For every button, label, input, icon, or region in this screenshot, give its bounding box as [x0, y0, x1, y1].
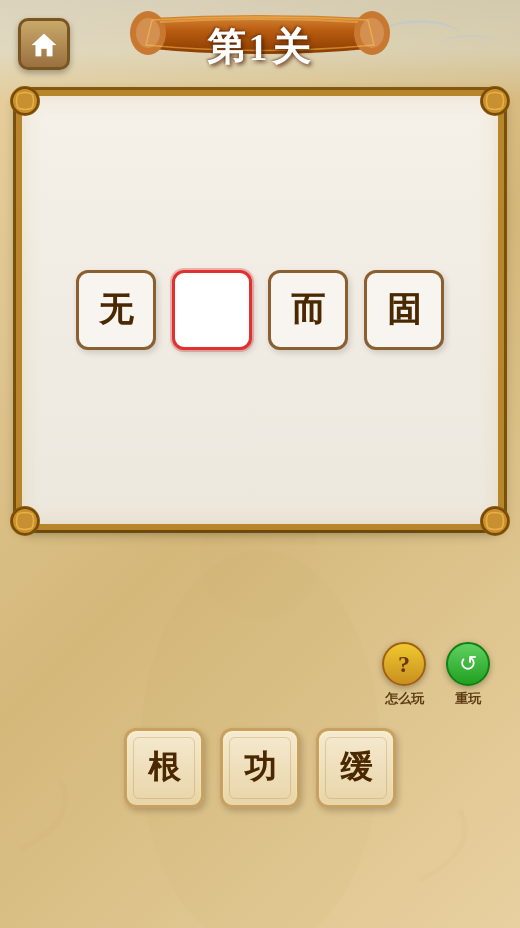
choice-tiles-row: 根 功 缓: [124, 728, 396, 808]
game-panel: 无 而 固: [16, 90, 504, 530]
replay-button[interactable]: ↺ 重玩: [446, 642, 490, 708]
panel-corner-tl: [10, 86, 40, 116]
panel-corner-bl: [10, 506, 40, 536]
choice-tile-1[interactable]: 根: [124, 728, 204, 808]
panel-corner-tr: [480, 86, 510, 116]
answer-row: 无 而 固: [76, 270, 444, 350]
action-buttons-row: ? 怎么玩 ↺ 重玩: [0, 642, 520, 708]
choice-char-2: 功: [244, 746, 276, 790]
replay-label: 重玩: [455, 690, 481, 708]
answer-char-4: 固: [387, 287, 421, 333]
answer-char-1: 无: [99, 287, 133, 333]
choice-tile-2[interactable]: 功: [220, 728, 300, 808]
svg-point-4: [136, 18, 160, 48]
home-button[interactable]: [18, 18, 70, 70]
choice-char-1: 根: [148, 746, 180, 790]
home-icon: [30, 30, 58, 58]
title-banner: 第1关: [130, 10, 390, 85]
help-button[interactable]: ? 怎么玩: [382, 642, 426, 708]
panel-corner-br: [480, 506, 510, 536]
answer-tile-3[interactable]: 而: [268, 270, 348, 350]
replay-circle: ↺: [446, 642, 490, 686]
svg-marker-2: [32, 34, 56, 56]
question-icon: ?: [398, 651, 410, 678]
answer-tile-1[interactable]: 无: [76, 270, 156, 350]
replay-icon: ↺: [459, 651, 477, 677]
answer-tile-4[interactable]: 固: [364, 270, 444, 350]
cloud-swirl-2: [440, 35, 500, 55]
help-circle: ?: [382, 642, 426, 686]
choice-char-3: 缓: [340, 746, 372, 790]
help-label: 怎么玩: [385, 690, 424, 708]
choice-tile-3[interactable]: 缓: [316, 728, 396, 808]
answer-tile-2[interactable]: [172, 270, 252, 350]
bottom-section: ? 怎么玩 ↺ 重玩 根 功 缓: [0, 642, 520, 808]
answer-char-3: 而: [291, 287, 325, 333]
level-title: 第1关: [207, 22, 314, 73]
svg-point-6: [360, 18, 384, 48]
